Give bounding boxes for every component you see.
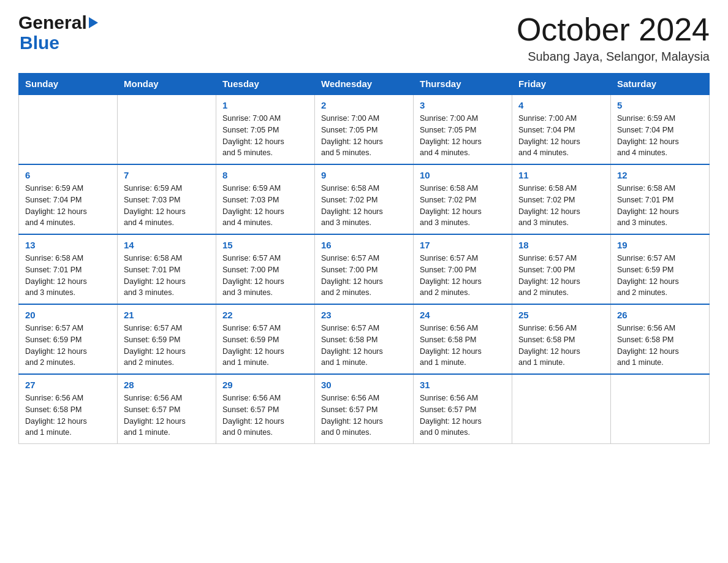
day-number: 20 [25,310,111,320]
day-cell-25: 25Sunrise: 6:56 AMSunset: 6:58 PMDayligh… [512,304,611,374]
day-info-line: Sunrise: 6:56 AM [25,394,83,402]
day-info-line: Sunset: 7:04 PM [518,126,575,134]
day-info-line: Daylight: 12 hours [25,207,87,216]
day-number: 10 [420,170,506,180]
day-info-line: Sunrise: 6:58 AM [124,254,182,262]
week-row-2: 6Sunrise: 6:59 AMSunset: 7:04 PMDaylight… [19,164,710,234]
day-info-line: and 4 minutes. [222,218,273,227]
day-info-line: Sunrise: 6:58 AM [420,184,478,193]
day-info-line: Sunset: 7:05 PM [321,126,377,134]
col-header-tuesday: Tuesday [216,74,315,95]
day-info-line: Sunset: 6:58 PM [617,335,673,344]
day-info-line: and 3 minutes. [25,288,75,297]
day-number: 6 [25,170,111,180]
week-row-3: 13Sunrise: 6:58 AMSunset: 7:01 PMDayligh… [19,234,710,304]
week-row-4: 20Sunrise: 6:57 AMSunset: 6:59 PMDayligh… [19,304,710,374]
day-info-line: and 4 minutes. [617,148,667,157]
day-number: 7 [124,170,210,180]
day-info-line: Sunrise: 6:58 AM [321,184,379,193]
day-info-line: Daylight: 12 hours [321,417,383,426]
day-number: 15 [222,240,308,250]
day-cell-26: 26Sunrise: 6:56 AMSunset: 6:58 PMDayligh… [611,304,710,374]
day-cell-9: 9Sunrise: 6:58 AMSunset: 7:02 PMDaylight… [315,164,414,234]
day-info-line: Sunset: 6:59 PM [25,335,82,344]
day-info-line: Sunset: 6:58 PM [25,405,82,414]
day-cell-10: 10Sunrise: 6:58 AMSunset: 7:02 PMDayligh… [414,164,512,234]
day-cell-27: 27Sunrise: 6:56 AMSunset: 6:58 PMDayligh… [19,374,118,444]
day-info-line: Sunset: 7:03 PM [124,196,180,204]
day-info-line: Sunset: 7:00 PM [222,266,279,274]
day-info-line: Sunrise: 6:57 AM [321,324,379,332]
day-info-line: and 1 minute. [420,358,466,367]
day-number: 17 [420,240,506,250]
day-number: 28 [124,380,210,390]
day-cell-18: 18Sunrise: 6:57 AMSunset: 7:00 PMDayligh… [512,234,611,304]
day-info-line: and 3 minutes. [518,218,569,227]
day-info-line: Sunset: 7:02 PM [518,196,575,204]
location-subtitle: Subang Jaya, Selangor, Malaysia [517,50,710,64]
day-info-line: Daylight: 12 hours [25,347,87,356]
day-info-line: Sunset: 6:57 PM [321,405,377,414]
day-info-line: and 4 minutes. [25,218,75,227]
day-cell-22: 22Sunrise: 6:57 AMSunset: 6:59 PMDayligh… [216,304,315,374]
day-info-line: and 2 minutes. [25,358,75,367]
day-cell-15: 15Sunrise: 6:57 AMSunset: 7:00 PMDayligh… [216,234,315,304]
day-info-line: and 4 minutes. [124,218,174,227]
day-info-line: Sunrise: 7:00 AM [518,114,577,123]
day-info-line: Daylight: 12 hours [321,207,383,216]
day-info-line: Sunset: 6:59 PM [222,335,279,344]
day-info-line: Sunrise: 6:57 AM [25,324,83,332]
day-info-line: Daylight: 12 hours [222,347,284,356]
day-info-line: Daylight: 12 hours [617,137,679,146]
page-header: General Blue October 2024 Subang Jaya, S… [18,12,710,64]
day-info-line: Sunrise: 6:56 AM [518,324,577,332]
day-info-line: and 3 minutes. [617,218,667,227]
day-info-line: and 3 minutes. [321,218,371,227]
day-info-line: Sunrise: 6:59 AM [25,184,83,193]
day-info-line: and 2 minutes. [420,288,470,297]
day-info-line: Sunset: 7:02 PM [321,196,377,204]
day-info-line: Daylight: 12 hours [617,277,679,286]
day-number: 3 [420,100,506,110]
day-info-line: Sunset: 7:01 PM [124,266,180,274]
day-cell-21: 21Sunrise: 6:57 AMSunset: 6:59 PMDayligh… [118,304,216,374]
day-cell-16: 16Sunrise: 6:57 AMSunset: 7:00 PMDayligh… [315,234,414,304]
col-header-monday: Monday [118,74,216,95]
day-info-line: Sunset: 7:04 PM [617,126,673,134]
day-info-line: Sunrise: 6:58 AM [25,254,83,262]
logo-arrow-icon [89,17,98,28]
week-row-5: 27Sunrise: 6:56 AMSunset: 6:58 PMDayligh… [19,374,710,444]
day-number: 27 [25,380,111,390]
day-info-line: Daylight: 12 hours [518,137,580,146]
title-section: October 2024 Subang Jaya, Selangor, Mala… [517,12,710,64]
day-info-line: Sunset: 7:00 PM [518,266,575,274]
day-info-line: and 2 minutes. [124,358,174,367]
day-info-line: Sunset: 6:59 PM [617,266,673,274]
day-info-line: and 1 minute. [321,358,368,367]
day-number: 23 [321,310,407,320]
day-info-line: and 2 minutes. [321,288,371,297]
day-number: 25 [518,310,604,320]
day-info-line: Sunset: 6:57 PM [420,405,476,414]
day-cell-4: 4Sunrise: 7:00 AMSunset: 7:04 PMDaylight… [512,94,611,164]
day-cell-1: 1Sunrise: 7:00 AMSunset: 7:05 PMDaylight… [216,94,315,164]
day-info-line: Daylight: 12 hours [617,207,679,216]
day-cell-28: 28Sunrise: 6:56 AMSunset: 6:57 PMDayligh… [118,374,216,444]
col-header-sunday: Sunday [19,74,118,95]
week-row-1: 1Sunrise: 7:00 AMSunset: 7:05 PMDaylight… [19,94,710,164]
day-number: 30 [321,380,407,390]
day-number: 31 [420,380,506,390]
day-cell-12: 12Sunrise: 6:58 AMSunset: 7:01 PMDayligh… [611,164,710,234]
day-info-line: Daylight: 12 hours [518,347,580,356]
calendar-table: SundayMondayTuesdayWednesdayThursdayFrid… [18,73,710,444]
day-info-line: Daylight: 12 hours [222,137,284,146]
day-info-line: Sunset: 7:04 PM [25,196,82,204]
day-info-line: Sunrise: 6:56 AM [617,324,675,332]
day-number: 22 [222,310,308,320]
day-number: 14 [124,240,210,250]
day-cell-7: 7Sunrise: 6:59 AMSunset: 7:03 PMDaylight… [118,164,216,234]
day-cell-24: 24Sunrise: 6:56 AMSunset: 6:58 PMDayligh… [414,304,512,374]
day-info-line: and 1 minute. [617,358,664,367]
day-info-line: Sunset: 6:59 PM [124,335,180,344]
day-info-line: Daylight: 12 hours [321,137,383,146]
